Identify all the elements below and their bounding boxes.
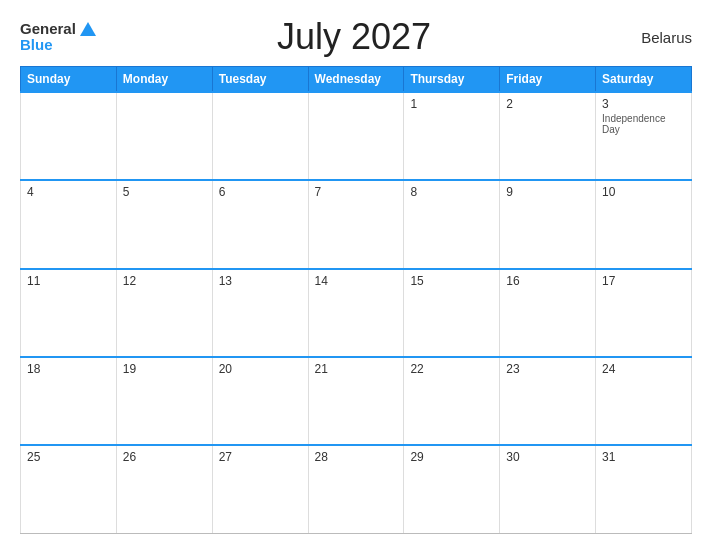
day-number: 28 [315,450,398,464]
logo-general-text: General [20,21,96,38]
col-sunday: Sunday [21,67,117,93]
col-friday: Friday [500,67,596,93]
day-number: 30 [506,450,589,464]
calendar-cell: 3Independence Day [596,92,692,180]
calendar-cell: 12 [116,269,212,357]
calendar-cell: 14 [308,269,404,357]
logo: General Blue [20,21,96,54]
calendar-cell: 23 [500,357,596,445]
header: General Blue July 2027 Belarus [20,16,692,58]
day-number: 29 [410,450,493,464]
calendar-cell: 15 [404,269,500,357]
calendar-cell: 11 [21,269,117,357]
calendar-cell: 25 [21,445,117,533]
calendar-week-row: 18192021222324 [21,357,692,445]
calendar-cell: 30 [500,445,596,533]
holiday-label: Independence Day [602,113,685,135]
calendar-cell [21,92,117,180]
day-number: 4 [27,185,110,199]
calendar-cell [212,92,308,180]
calendar-cell [308,92,404,180]
calendar-cell: 18 [21,357,117,445]
calendar-cell: 27 [212,445,308,533]
day-number: 20 [219,362,302,376]
col-wednesday: Wednesday [308,67,404,93]
calendar-cell: 4 [21,180,117,268]
calendar-cell: 1 [404,92,500,180]
col-thursday: Thursday [404,67,500,93]
calendar-cell: 19 [116,357,212,445]
calendar-cell: 7 [308,180,404,268]
day-number: 7 [315,185,398,199]
day-number: 8 [410,185,493,199]
day-number: 25 [27,450,110,464]
logo-triangle-icon [80,22,96,36]
calendar-cell: 24 [596,357,692,445]
country-label: Belarus [612,29,692,46]
calendar-cell: 8 [404,180,500,268]
day-number: 9 [506,185,589,199]
calendar-cell: 20 [212,357,308,445]
calendar-title: July 2027 [96,16,612,58]
col-saturday: Saturday [596,67,692,93]
day-number: 27 [219,450,302,464]
calendar-cell: 31 [596,445,692,533]
day-number: 2 [506,97,589,111]
calendar-cell: 5 [116,180,212,268]
day-number: 18 [27,362,110,376]
day-number: 6 [219,185,302,199]
day-number: 15 [410,274,493,288]
calendar-header-row: Sunday Monday Tuesday Wednesday Thursday… [21,67,692,93]
day-number: 23 [506,362,589,376]
day-number: 1 [410,97,493,111]
col-tuesday: Tuesday [212,67,308,93]
calendar-cell: 17 [596,269,692,357]
day-number: 16 [506,274,589,288]
col-monday: Monday [116,67,212,93]
calendar-cell: 6 [212,180,308,268]
day-number: 14 [315,274,398,288]
calendar-cell: 26 [116,445,212,533]
day-number: 19 [123,362,206,376]
day-number: 17 [602,274,685,288]
day-number: 22 [410,362,493,376]
calendar-cell: 29 [404,445,500,533]
logo-general-label: General [20,21,76,38]
day-number: 3 [602,97,685,111]
day-number: 12 [123,274,206,288]
day-number: 5 [123,185,206,199]
day-number: 11 [27,274,110,288]
logo-blue-label: Blue [20,37,53,54]
calendar-cell: 28 [308,445,404,533]
day-number: 26 [123,450,206,464]
calendar-cell: 13 [212,269,308,357]
calendar-cell: 9 [500,180,596,268]
calendar-cell: 10 [596,180,692,268]
calendar-week-row: 123Independence Day [21,92,692,180]
calendar-cell [116,92,212,180]
day-number: 31 [602,450,685,464]
day-number: 10 [602,185,685,199]
day-number: 13 [219,274,302,288]
calendar-page: General Blue July 2027 Belarus Sunday Mo… [0,0,712,550]
day-number: 21 [315,362,398,376]
calendar-week-row: 11121314151617 [21,269,692,357]
calendar-week-row: 25262728293031 [21,445,692,533]
calendar-cell: 16 [500,269,596,357]
calendar-cell: 22 [404,357,500,445]
calendar-cell: 2 [500,92,596,180]
calendar-week-row: 45678910 [21,180,692,268]
calendar-cell: 21 [308,357,404,445]
calendar-table: Sunday Monday Tuesday Wednesday Thursday… [20,66,692,534]
day-number: 24 [602,362,685,376]
